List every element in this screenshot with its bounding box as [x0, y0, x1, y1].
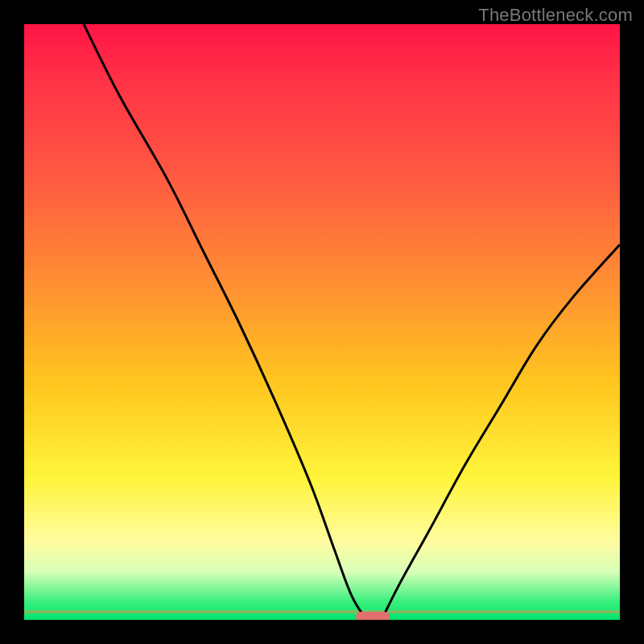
curve-right-arm — [382, 245, 620, 620]
bottleneck-curve — [24, 24, 620, 620]
chart-frame: TheBottleneck.com — [0, 0, 644, 644]
watermark-text: TheBottleneck.com — [478, 5, 633, 26]
plot-area — [24, 24, 620, 620]
valley-marker — [356, 612, 390, 620]
curve-left-arm — [84, 24, 367, 620]
